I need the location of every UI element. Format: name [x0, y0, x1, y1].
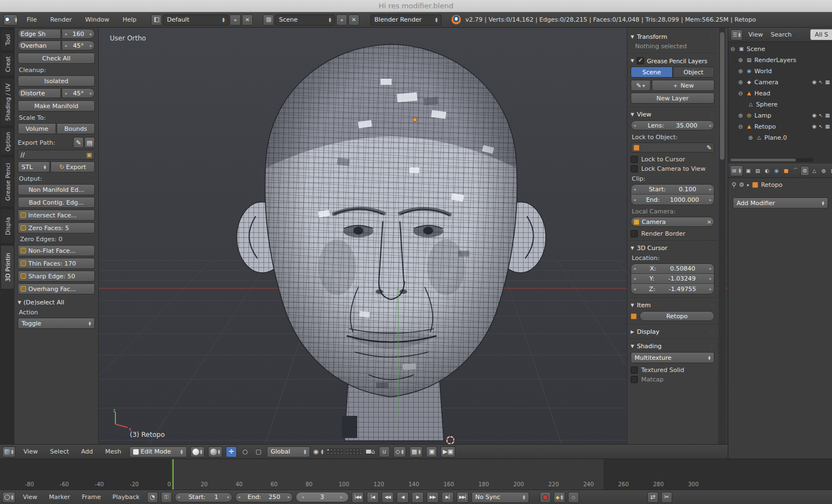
expand-icon[interactable]: ⊕ [747, 135, 754, 141]
decrement-icon[interactable]: ◂ [633, 123, 636, 128]
editor-type-properties-button[interactable]: ▤ ▲▼ [730, 165, 743, 176]
renderability-camera-icon[interactable]: ▦ [825, 79, 830, 85]
check-all-button[interactable]: Check All [18, 53, 95, 64]
add-scene-button[interactable]: ＋ [336, 14, 347, 26]
outliner-display-filter[interactable]: All S [810, 29, 832, 40]
distorted-field[interactable]: Distorte [18, 88, 61, 98]
transform-panel-header[interactable]: ▼ Transform ∷ [631, 33, 714, 40]
close-scene-button[interactable]: ✕ [348, 14, 359, 26]
orientation-dropdown[interactable]: Global ▲▼ [267, 446, 310, 457]
increment-icon[interactable]: ▸ [90, 43, 92, 48]
clip-start-field[interactable]: ◂ Start: 0.100 ▸ [631, 185, 714, 195]
menu-view3d-select[interactable]: Select [45, 448, 73, 455]
tab-object[interactable]: ■ [782, 166, 790, 176]
item-name-field[interactable]: Retopo [640, 311, 714, 321]
selectability-arrow-icon[interactable]: ↖ [819, 124, 823, 129]
record-button[interactable] [540, 492, 551, 503]
current-frame-field[interactable]: ◂ 3 ▸ [296, 492, 349, 502]
selectability-arrow-icon[interactable]: ↖ [819, 79, 823, 85]
tab-render-layers[interactable]: ▤ [753, 166, 762, 176]
opengl-render-anim-button[interactable]: ▶▣ [440, 446, 455, 457]
render-border-row[interactable]: Render Border [631, 230, 714, 237]
screen-layout-icon[interactable] [151, 14, 162, 26]
jump-to-end-button[interactable]: ▶▶| [456, 492, 469, 503]
bad-contiguous-edges-button[interactable]: Bad Contig. Edg... [18, 197, 95, 208]
screen-layout-selector[interactable]: Default ▲▼ [163, 14, 229, 26]
npanel-scrollbar-thumb[interactable] [720, 32, 724, 160]
outliner-row-lamp[interactable]: ⊕ ◎ Lamp ◉ ↖ ▦ [728, 110, 832, 121]
cursor-x-field[interactable]: ◂ X: 0.50840 ▸ [631, 264, 714, 274]
lock-to-cursor-checkbox[interactable] [631, 156, 638, 163]
outliner-row-plane[interactable]: ⊕ △ Plane.0 [728, 132, 832, 143]
export-button[interactable]: ↻ Export [50, 161, 95, 172]
snap-element-dropdown[interactable]: ◇▲▼ [393, 446, 406, 457]
tab-create[interactable]: Creat [1, 52, 14, 77]
tab-material[interactable]: ◍ [819, 166, 828, 176]
visibility-eye-icon[interactable]: ◉ [812, 79, 816, 85]
manipulator-rotate-button[interactable]: ○ [240, 446, 250, 457]
tab-constraints[interactable]: ⌒ [791, 166, 800, 176]
layers-widget-1[interactable] [327, 449, 343, 455]
layers-widget-2[interactable] [346, 449, 362, 455]
menu-outliner-view[interactable]: View [746, 31, 765, 38]
menu-outliner-search[interactable]: Search [768, 31, 794, 38]
proportional-edit-dropdown[interactable]: ◉▲▼ [313, 446, 323, 457]
scale-volume-button[interactable]: Volume [18, 123, 56, 134]
tab-texture[interactable]: ▦ [829, 166, 832, 176]
thin-faces-button[interactable]: Thin Faces: 170 [18, 258, 95, 269]
increment-icon[interactable]: ▸ [90, 91, 92, 96]
visibility-eye-icon[interactable]: ◉ [812, 113, 816, 118]
increment-icon[interactable]: ▸ [90, 32, 92, 37]
lock-camera-checkbox[interactable] [631, 165, 638, 172]
viewport-3d[interactable]: User Ortho z x (3) Retopo ▼ Transform ∷ … [99, 28, 728, 444]
frame-forward-button[interactable]: ▶▶ [427, 492, 439, 503]
menu-timeline-marker[interactable]: Marker [44, 493, 74, 501]
clip-end-field[interactable]: ◂ End: 1000.000 ▸ [631, 195, 714, 205]
outliner-scrollbar[interactable] [730, 158, 813, 162]
tab-3d-printing[interactable]: 3D Printin [1, 245, 14, 289]
jump-next-keyframe-button[interactable]: ▶| [442, 492, 454, 503]
manipulator-scale-button[interactable]: ▢ [253, 446, 263, 457]
decrement-icon[interactable]: ◂ [633, 287, 636, 292]
menu-view3d-view[interactable]: View [19, 448, 42, 455]
overhang-field[interactable]: Overhan [18, 40, 61, 50]
lock-object-field[interactable]: ✎ [631, 142, 714, 152]
outliner-row-retopo[interactable]: ⊖ ▲ Retopo ◉ ↖ ▦ [728, 121, 832, 132]
outliner-row-head[interactable]: ⊖ ▲ Head [728, 88, 832, 99]
deselect-all-panel-header[interactable]: ▼ (De)select All [18, 299, 95, 306]
editor-type-info-button[interactable]: ▲▼ [3, 14, 18, 26]
outliner-scrollbar-thumb[interactable] [730, 159, 796, 161]
decrement-icon[interactable]: ◂ [302, 495, 304, 500]
play-reverse-button[interactable]: ◀ [397, 492, 409, 503]
zero-faces-button[interactable]: Zero Faces: 5 [18, 222, 95, 233]
collapse-icon[interactable]: ⊖ [729, 46, 736, 52]
tab-tool[interactable]: Tool [1, 29, 14, 51]
file-browse-icon[interactable]: ▤ [84, 137, 95, 148]
window-titlebar[interactable]: Hi res modifier.blend [0, 0, 832, 12]
tab-modifiers[interactable]: ⚙ [800, 166, 809, 176]
make-manifold-button[interactable]: Make Manifold [18, 100, 95, 111]
decrement-icon[interactable]: ◂ [633, 197, 636, 202]
decrement-icon[interactable]: ◂ [64, 91, 67, 96]
viewport-shading-dropdown[interactable]: ▲▼ [190, 446, 205, 457]
renderability-camera-icon[interactable]: ▦ [825, 113, 830, 118]
overhang-faces-button[interactable]: Overhang Fac... [18, 283, 95, 294]
matcap-row[interactable]: Matcap [631, 376, 714, 383]
expand-icon[interactable]: ⊕ [737, 68, 744, 74]
add-modifier-dropdown[interactable]: Add Modifier ▲▼ [733, 197, 828, 208]
cursor-y-field[interactable]: ◂ Y: -1.03249 ▸ [631, 274, 714, 284]
textured-solid-checkbox[interactable] [631, 366, 638, 374]
gp-source-scene-button[interactable]: Scene [631, 67, 673, 78]
gp-source-object-button[interactable]: Object [673, 67, 715, 78]
pin-icon[interactable]: ⚲ [732, 181, 736, 189]
tab-world[interactable]: ◉ [772, 166, 781, 176]
menu-window[interactable]: Window [81, 16, 114, 23]
tab-display[interactable]: Displa [1, 208, 14, 244]
npanel-scrollbar[interactable] [719, 28, 726, 444]
tab-options[interactable]: Option [1, 128, 14, 155]
cursor-panel-header[interactable]: ▼ 3D Cursor ∷ [631, 245, 714, 252]
outliner-row-scene[interactable]: ⊖ ▣ Scene [728, 43, 832, 54]
snap-magnet-button[interactable]: ∪ [379, 446, 390, 457]
shading-panel-header[interactable]: ▼ Shading ∷ [631, 343, 714, 350]
item-panel-header[interactable]: ▼ Item ∷ [631, 302, 714, 309]
